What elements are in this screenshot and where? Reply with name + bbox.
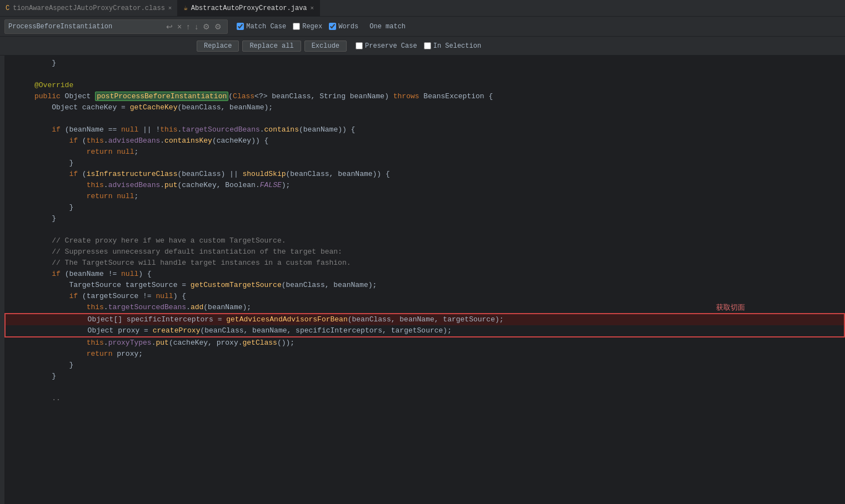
code-line	[4, 69, 845, 80]
line-content: // The TargetSource will handle target i…	[32, 258, 845, 269]
line-content: return proxy;	[32, 349, 845, 360]
line-content	[32, 69, 845, 80]
code-line: return null;	[4, 147, 845, 158]
code-line	[4, 224, 845, 235]
match-count: One match	[369, 23, 406, 31]
regex-label: Regex	[302, 23, 322, 31]
line-content: Object proxy = createProxy(beanClass, be…	[33, 325, 844, 336]
chinese-annotation: 获取切面	[716, 302, 745, 313]
replace-all-button[interactable]: Replace all	[242, 41, 301, 52]
code-line: }	[4, 213, 845, 224]
code-line: public Object postProcessBeforeInstantia…	[4, 91, 845, 102]
search-prev-button[interactable]: ↑	[184, 21, 192, 32]
line-content: // Create proxy here if we have a custom…	[32, 235, 845, 246]
code-line: this.advisedBeans.put(cacheKey, Boolean.…	[4, 180, 845, 191]
search-input[interactable]	[8, 23, 164, 31]
line-content: if (targetSource != null) {	[32, 291, 845, 302]
tab-class[interactable]: C tionAwareAspectJAutoProxyCreator.class…	[0, 0, 178, 16]
preserve-case-option[interactable]: Preserve Case	[356, 42, 417, 50]
search-next-button[interactable]: ↓	[192, 21, 201, 32]
code-line: // The TargetSource will handle target i…	[4, 258, 845, 269]
line-content: TargetSource targetSource = getCustomTar…	[32, 280, 845, 291]
replace-button[interactable]: Replace	[197, 41, 239, 52]
breakpoint-gutter	[0, 56, 4, 504]
code-line: if (targetSource != null) {	[4, 291, 845, 302]
code-line: }	[4, 371, 845, 382]
code-line: Object proxy = createProxy(beanClass, be…	[4, 325, 845, 337]
line-content: ..	[32, 393, 845, 404]
java-file-icon: ☕	[183, 4, 187, 12]
code-line: if (beanName != null) {	[4, 269, 845, 280]
editor: } @Override public Object postProcessBef…	[0, 56, 845, 504]
code-line: if (isInfrastructureClass(beanClass) || …	[4, 169, 845, 180]
code-line: // Suppresses unnecessary default instan…	[4, 246, 845, 258]
line-content: }	[32, 371, 845, 382]
words-option[interactable]: Words	[329, 23, 358, 31]
java-class-icon: C	[6, 4, 9, 12]
line-content: }	[32, 158, 845, 169]
code-line: // Create proxy here if we have a custom…	[4, 235, 845, 246]
tab-class-close[interactable]: ×	[168, 5, 172, 12]
tab-java[interactable]: ☕ AbstractAutoProxyCreator.java ×	[178, 0, 320, 16]
tab-bar: C tionAwareAspectJAutoProxyCreator.class…	[0, 0, 845, 17]
code-line	[4, 382, 845, 393]
search-options-button[interactable]: ⚙	[201, 21, 212, 32]
search-options: Match Case Regex Words One match	[237, 23, 406, 31]
line-content: Object[] specificInterceptors = getAdvic…	[33, 314, 844, 325]
exclude-button[interactable]: Exclude	[304, 41, 347, 52]
tab-class-label: tionAwareAspectJAutoProxyCreator.class	[13, 4, 165, 12]
search-input-container: ↩ × ↑ ↓ ⚙ ⚙	[4, 19, 228, 34]
search-clear-button[interactable]: ×	[175, 21, 184, 32]
line-content: }	[32, 58, 845, 69]
code-area[interactable]: } @Override public Object postProcessBef…	[4, 56, 845, 504]
line-content: return null;	[32, 147, 845, 158]
code-line	[4, 113, 845, 124]
words-label: Words	[338, 23, 358, 31]
code-line: return proxy;	[4, 349, 845, 360]
match-case-label: Match Case	[246, 23, 286, 31]
code-line: TargetSource targetSource = getCustomTar…	[4, 280, 845, 291]
code-line: Object cacheKey = getCacheKey(beanClass,…	[4, 102, 845, 113]
line-content	[32, 224, 845, 235]
regex-checkbox[interactable]	[293, 23, 300, 30]
line-content: if (this.advisedBeans.containsKey(cacheK…	[32, 135, 845, 147]
line-content: Object cacheKey = getCacheKey(beanClass,…	[32, 102, 845, 113]
search-more-button[interactable]: ⚙	[212, 21, 224, 32]
in-selection-checkbox[interactable]	[424, 42, 431, 49]
tab-java-close[interactable]: ×	[311, 5, 314, 12]
line-content: // Suppresses unnecessary default instan…	[32, 246, 845, 258]
tab-java-label: AbstractAutoProxyCreator.java	[191, 4, 307, 12]
line-content	[32, 382, 845, 393]
line-content: }	[32, 360, 845, 371]
words-checkbox[interactable]	[329, 23, 336, 30]
replace-options: Preserve Case In Selection	[356, 42, 481, 50]
code-line: ..	[4, 393, 845, 404]
code-line: this.proxyTypes.put(cacheKey, proxy.getC…	[4, 337, 845, 349]
search-bar: ↩ × ↑ ↓ ⚙ ⚙ Match Case Regex Words One m…	[0, 17, 845, 37]
line-content: this.advisedBeans.put(cacheKey, Boolean.…	[32, 180, 845, 191]
code-line: }	[4, 58, 845, 69]
line-content: if (beanName == null || !this.targetSour…	[32, 124, 845, 135]
line-content: public Object postProcessBeforeInstantia…	[32, 91, 845, 102]
line-content: @Override	[32, 80, 845, 91]
in-selection-label: In Selection	[433, 42, 481, 50]
line-content: if (isInfrastructureClass(beanClass) || …	[32, 169, 845, 180]
line-content: }	[32, 213, 845, 224]
search-back-button[interactable]: ↩	[164, 21, 175, 32]
replace-bar: Replace Replace all Exclude Preserve Cas…	[0, 37, 845, 56]
preserve-case-label: Preserve Case	[365, 42, 417, 50]
highlighted-code-line: Object[] specificInterceptors = getAdvic…	[4, 313, 845, 325]
code-line: }	[4, 158, 845, 169]
line-content	[32, 113, 845, 124]
preserve-case-checkbox[interactable]	[356, 42, 363, 49]
match-case-checkbox[interactable]	[237, 23, 244, 30]
line-content: if (beanName != null) {	[32, 269, 845, 280]
regex-option[interactable]: Regex	[293, 23, 322, 31]
in-selection-option[interactable]: In Selection	[424, 42, 481, 50]
code-line: if (this.advisedBeans.containsKey(cacheK…	[4, 135, 845, 147]
line-content: this.proxyTypes.put(cacheKey, proxy.getC…	[32, 337, 845, 349]
code-line: }	[4, 360, 845, 371]
code-line: @Override	[4, 80, 845, 91]
line-content: }	[32, 202, 845, 213]
match-case-option[interactable]: Match Case	[237, 23, 286, 31]
